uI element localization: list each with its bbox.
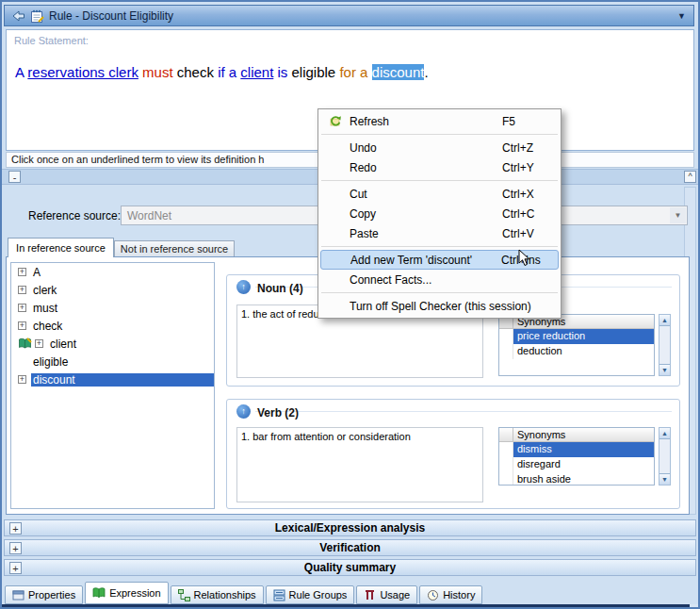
resize-grip: [690, 604, 698, 607]
tab-usage[interactable]: Usage: [356, 585, 417, 604]
statement-token-keyword: is: [273, 64, 287, 80]
tab-history[interactable]: History: [419, 585, 482, 604]
section-label: Quality summary: [304, 561, 396, 574]
statement-token-plain: check: [173, 64, 219, 80]
section-quality-summary[interactable]: + Quality summary: [4, 559, 696, 576]
noun-synonyms-list: Synonyms price reduction deduction: [498, 314, 655, 376]
statement-term-link[interactable]: reservations clerk: [27, 64, 138, 80]
verb-definition-text: 1. bar from attention or consideration: [241, 431, 411, 442]
statement-token-plain: .: [424, 64, 428, 80]
verb-list-scrollbar[interactable]: ▲ ▼: [659, 427, 671, 486]
tab-rule-groups[interactable]: Rule Groups: [266, 585, 355, 604]
menu-item-cut[interactable]: Cut Ctrl+X: [318, 184, 561, 204]
term-tree: + A + clerk + must + check + client: [10, 262, 215, 509]
expand-icon[interactable]: +: [18, 321, 26, 330]
back-arrow-icon[interactable]: [10, 9, 25, 23]
menu-item-connect-facts[interactable]: Connect Facts...: [318, 270, 561, 289]
collapse-verb-group-icon[interactable]: ↑: [236, 404, 251, 419]
verb-group-title: Verb (2): [257, 406, 299, 420]
menu-item-copy[interactable]: Copy Ctrl+C: [318, 204, 561, 223]
scroll-up-button[interactable]: ▲: [659, 315, 670, 326]
tree-item-label: must: [31, 302, 59, 315]
tab-properties[interactable]: Properties: [5, 585, 83, 604]
noun-list-scrollbar[interactable]: ▲ ▼: [659, 314, 671, 376]
title-bar[interactable]: Rule - Discount Eligibility ▼: [4, 5, 694, 26]
titlebar-dropdown-icon[interactable]: ▼: [677, 11, 688, 21]
synonym-item[interactable]: disregard: [499, 457, 654, 472]
combobox-dropdown-icon[interactable]: ▼: [670, 207, 686, 223]
synonym-item[interactable]: brush aside: [499, 472, 654, 486]
tree-item-label: eligible: [31, 355, 70, 369]
row-gutter: [499, 344, 513, 359]
collapse-noun-group-icon[interactable]: ↑: [236, 280, 251, 294]
section-lexical-expression-analysis[interactable]: + Lexical/Expression analysis: [4, 519, 696, 536]
menu-item-shortcut: F5: [502, 115, 551, 128]
collapse-panel-button[interactable]: ^: [684, 171, 696, 183]
scroll-down-button[interactable]: ▼: [659, 473, 670, 485]
tree-item-must[interactable]: + must: [11, 299, 214, 317]
menu-item-shortcut: Ctrl+V: [502, 227, 551, 240]
reference-source-label: Reference source:: [28, 209, 121, 222]
tab-label: Usage: [380, 589, 410, 601]
tree-item-eligible[interactable]: eligible: [11, 353, 214, 370]
verb-synonyms-list: Synonyms dismiss disregard brush aside: [498, 427, 655, 486]
properties-icon: [12, 589, 24, 601]
synonym-text: price reduction: [513, 329, 654, 344]
section-label: Verification: [319, 541, 381, 554]
collapse-statement-button[interactable]: -: [8, 171, 21, 183]
row-gutter: [499, 472, 513, 486]
tab-expression[interactable]: Expression: [85, 582, 168, 604]
tree-item-a[interactable]: + A: [11, 263, 214, 281]
tab-in-reference-source[interactable]: In reference source: [8, 238, 114, 257]
menu-separator: [321, 292, 558, 293]
synonym-item[interactable]: deduction: [499, 344, 654, 359]
tree-item-clerk[interactable]: + clerk: [11, 281, 214, 299]
menu-item-shortcut: Ctrl+X: [502, 188, 551, 201]
menu-item-redo[interactable]: Redo Ctrl+Y: [318, 157, 561, 177]
statement-token-keyword: A: [15, 64, 27, 80]
statement-token-preposition: for a: [339, 64, 371, 80]
section-label: Lexical/Expression analysis: [275, 521, 425, 535]
menu-item-shortcut: Ctrl+Z: [502, 141, 551, 155]
menu-item-label: Connect Facts...: [350, 273, 551, 287]
tree-item-client[interactable]: + client: [11, 335, 214, 353]
section-verification[interactable]: + Verification: [4, 539, 696, 556]
rule-statement-label: Rule Statement:: [14, 35, 89, 46]
expand-icon[interactable]: +: [18, 304, 26, 312]
tab-relationships[interactable]: Relationships: [171, 585, 264, 604]
expand-icon[interactable]: +: [18, 268, 26, 276]
synonym-item[interactable]: price reduction: [499, 329, 654, 344]
synonyms-column-header[interactable]: Synonyms: [499, 428, 654, 442]
window-bottom-edge: [2, 604, 698, 607]
book-icon: [18, 337, 32, 350]
statement-term-discount-selected[interactable]: discount: [372, 64, 425, 80]
bottom-tab-bar: Properties Expression Relationships Rule…: [5, 582, 482, 604]
scroll-up-button[interactable]: ▲: [659, 428, 670, 439]
menu-item-undo[interactable]: Undo Ctrl+Z: [318, 138, 561, 157]
tree-item-check[interactable]: + check: [11, 317, 214, 335]
book-icon: [92, 587, 106, 599]
statement-term-link[interactable]: client: [240, 64, 273, 80]
menu-separator: [321, 180, 558, 181]
expand-section-button[interactable]: +: [9, 522, 22, 535]
tab-label: Expression: [109, 587, 160, 599]
noun-group-title: Noun (4): [257, 282, 303, 295]
synonym-item[interactable]: dismiss: [499, 442, 654, 457]
hint-text: Click once on an underlined term to view…: [11, 154, 264, 165]
scroll-down-button[interactable]: ▼: [659, 364, 670, 375]
expand-icon[interactable]: +: [18, 375, 26, 384]
row-gutter: [499, 442, 513, 457]
synonym-text: brush aside: [513, 472, 654, 486]
expand-icon[interactable]: +: [18, 286, 26, 294]
menu-item-turn-off-spell-checker[interactable]: Turn off Spell Checker (this session): [318, 296, 561, 316]
tree-item-discount[interactable]: + discount: [11, 370, 214, 388]
menu-item-paste[interactable]: Paste Ctrl+V: [318, 223, 561, 243]
expand-section-button[interactable]: +: [9, 542, 22, 554]
menu-item-refresh[interactable]: Refresh F5: [318, 111, 561, 131]
history-clock-icon: [427, 589, 439, 601]
menu-item-label: Refresh: [350, 115, 502, 128]
expand-icon[interactable]: +: [35, 339, 43, 348]
expand-section-button[interactable]: +: [9, 562, 22, 574]
synonym-text: deduction: [513, 344, 654, 359]
tab-not-in-reference-source[interactable]: Not in reference source: [114, 240, 235, 257]
